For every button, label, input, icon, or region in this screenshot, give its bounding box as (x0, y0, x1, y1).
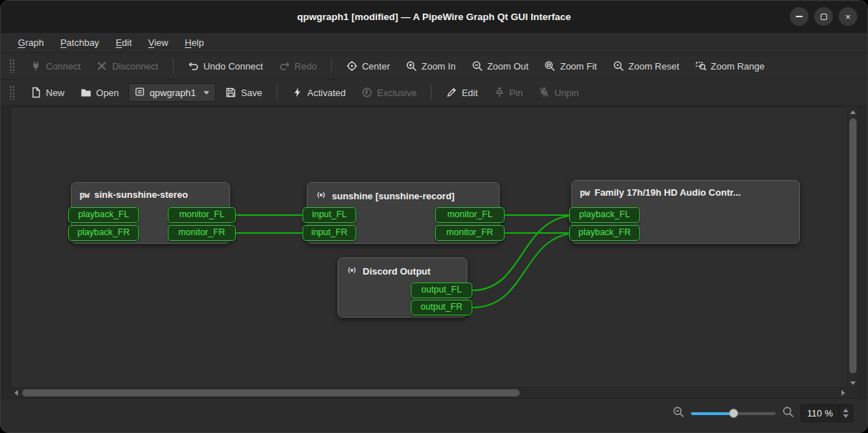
scrollbar-corner (848, 388, 858, 398)
horizontal-scrollbar[interactable] (11, 388, 848, 398)
zoom-in-icon (406, 60, 417, 72)
zoom-range-label: Zoom Range (711, 61, 765, 72)
zoom-slider-handle[interactable] (729, 409, 738, 418)
toolbar-separator (431, 85, 431, 100)
scroll-right-button[interactable] (838, 388, 848, 398)
zoom-in-button[interactable]: Zoom In (399, 57, 462, 75)
save-label: Save (241, 87, 262, 98)
menu-graph[interactable]: Graph (11, 34, 51, 51)
pin-button[interactable]: Pin (487, 83, 530, 102)
center-button[interactable]: Center (340, 57, 396, 75)
scroll-up-button[interactable] (848, 107, 858, 117)
monitor-icon (315, 189, 327, 203)
port-sunshine-input-fr[interactable]: input_FR (302, 225, 356, 241)
port-sunshine-input-fl[interactable]: input_FL (302, 207, 356, 223)
port-sunshine-monitor-fr[interactable]: monitor_FR (435, 225, 505, 241)
toolbar-drag-handle[interactable] (9, 85, 15, 100)
port-discord-output-fl[interactable]: output_FL (411, 282, 472, 298)
unpin-button[interactable]: Unpin (532, 83, 585, 102)
edit-button[interactable]: Edit (439, 83, 484, 102)
toolbar-drag-handle[interactable] (9, 59, 15, 73)
edit-label: Edit (462, 87, 477, 98)
exclusive-button[interactable]: Exclusive (355, 83, 423, 102)
toolbar-separator (173, 58, 173, 74)
menu-help[interactable]: Help (178, 34, 211, 51)
zoom-reset-button[interactable]: Zoom Reset (606, 57, 686, 75)
titlebar: qpwgraph1 [modified] — A PipeWire Graph … (1, 1, 867, 33)
zoom-reset-label: Zoom Reset (629, 61, 679, 72)
connect-button[interactable]: Connect (24, 57, 87, 75)
app-window: qpwgraph1 [modified] — A PipeWire Graph … (0, 0, 868, 433)
zoom-out-label: Zoom Out (487, 61, 529, 72)
port-sink-playback-fl[interactable]: playback_FL (68, 207, 139, 223)
redo-icon (279, 60, 290, 72)
port-sunshine-monitor-fl[interactable]: monitor_FL (435, 207, 505, 223)
zoom-fit-icon (544, 60, 555, 72)
scroll-left-button[interactable] (11, 388, 21, 398)
redo-button[interactable]: Redo (272, 57, 323, 75)
horizontal-scroll-thumb[interactable] (22, 389, 520, 396)
arrow-right-icon (841, 390, 845, 396)
chevron-down-icon (204, 91, 209, 95)
port-discord-output-fr[interactable]: output_FR (411, 300, 472, 315)
node-header: pw Family 17h/19h HD Audio Contr... (572, 181, 799, 198)
activated-button[interactable]: Activated (285, 83, 352, 102)
zoom-in-status-icon[interactable] (782, 406, 794, 421)
vertical-scrollbar[interactable] (848, 107, 858, 388)
spin-down-button[interactable] (843, 414, 849, 418)
menubar: Graph Patchbay Edit View Help (1, 33, 867, 53)
port-sink-playback-fr[interactable]: playback_FR (68, 225, 139, 241)
port-family-playback-fr[interactable]: playback_FR (569, 225, 640, 241)
zoom-slider-track-filled (691, 412, 733, 415)
arrow-down-icon (850, 381, 856, 385)
spin-up-button[interactable] (843, 409, 849, 412)
maximize-button[interactable] (814, 7, 833, 26)
patchbay-icon (135, 87, 145, 99)
port-family-playback-fl[interactable]: playback_FL (569, 207, 640, 223)
patchbay-preset-combo[interactable]: qpwgraph1 (128, 83, 216, 102)
statusbar: 110 % (1, 398, 867, 433)
save-button[interactable]: Save (219, 83, 269, 102)
disconnect-button[interactable]: Disconnect (90, 57, 164, 75)
monitor-icon (346, 265, 358, 278)
node-header: Discord Output (338, 258, 467, 278)
save-icon (225, 87, 237, 98)
zoom-in-label: Zoom In (421, 61, 456, 72)
zoom-spinbox[interactable]: 110 % (801, 404, 853, 422)
zoom-range-button[interactable]: Zoom Range (689, 57, 771, 75)
toolbar-graph: Connect Disconnect Undo Connect Redo Cen… (1, 53, 867, 80)
activated-label: Activated (307, 87, 345, 98)
new-button[interactable]: New (24, 83, 71, 102)
zoom-fit-button[interactable]: Zoom Fit (538, 57, 603, 75)
close-button[interactable]: × (839, 7, 857, 26)
exclusive-label: Exclusive (377, 87, 416, 98)
vertical-scroll-thumb[interactable] (849, 118, 857, 373)
cable-discord-output-fr-to-family-playback-fr[interactable] (472, 234, 569, 308)
node-title: Discord Output (363, 266, 431, 277)
close-icon: × (845, 11, 851, 22)
menu-view[interactable]: View (141, 34, 176, 51)
port-sink-monitor-fr[interactable]: monitor_FR (168, 225, 236, 241)
minimize-button[interactable] (790, 7, 809, 26)
zoom-out-button[interactable]: Zoom Out (465, 57, 535, 75)
open-button[interactable]: Open (74, 83, 125, 102)
graph-canvas[interactable]: pw sink-sunshine-stereo sunshine [sunshi… (11, 107, 848, 388)
unpin-icon (538, 87, 550, 98)
unpin-label: Unpin (554, 87, 578, 98)
zoom-slider[interactable] (691, 407, 776, 420)
port-sink-monitor-fl[interactable]: monitor_FL (168, 207, 236, 223)
connect-icon (30, 60, 42, 72)
zoom-value[interactable]: 110 % (801, 405, 839, 422)
window-title: qpwgraph1 [modified] — A PipeWire Graph … (297, 11, 571, 22)
minimize-icon (796, 16, 803, 17)
pin-icon (494, 87, 505, 98)
open-folder-icon (80, 87, 92, 98)
zoom-out-status-icon[interactable] (672, 406, 685, 421)
undo-connect-button[interactable]: Undo Connect (181, 57, 270, 75)
menu-patchbay[interactable]: Patchbay (53, 34, 106, 51)
disconnect-icon (96, 60, 108, 72)
menu-edit[interactable]: Edit (108, 34, 138, 51)
arrow-up-icon (850, 110, 856, 114)
node-title: sunshine [sunshine-record] (332, 191, 454, 201)
scroll-down-button[interactable] (848, 378, 858, 388)
